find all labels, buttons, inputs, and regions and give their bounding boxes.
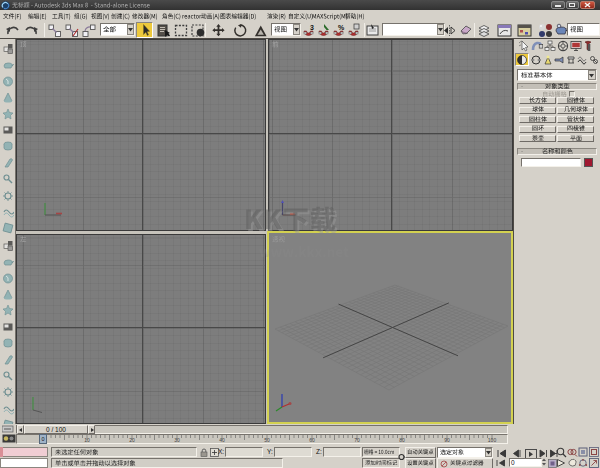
svg-text:3: 3	[310, 24, 314, 31]
svg-text:%: %	[338, 24, 345, 31]
